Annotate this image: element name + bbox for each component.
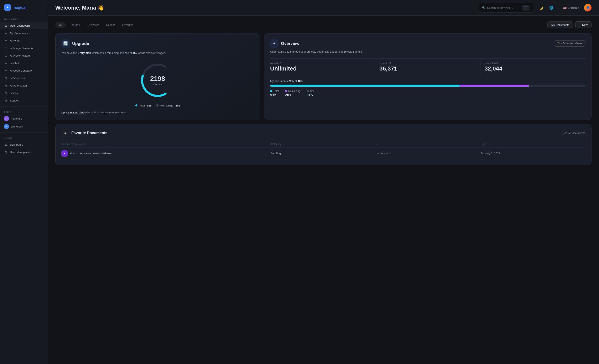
sidebar-item-label: User Management	[10, 151, 32, 154]
cards-row: 🔄 Upgrade You have the Entry plan which …	[55, 33, 591, 120]
progress-fill-purple	[459, 85, 529, 87]
upgrade-plan-link[interactable]: Upgrade your plan	[61, 111, 84, 114]
col-date: Date	[481, 143, 585, 146]
progress-section: My documents 78% of 100. Total	[270, 80, 585, 97]
overview-header: ✦ Overview Your Document Values	[270, 39, 585, 48]
sidebar-item-label: Support	[10, 99, 19, 102]
sidebar-item-dashboard[interactable]: ⊞ Dashboard	[0, 141, 48, 148]
code-icon: ○	[4, 69, 8, 72]
favorites-badge: F	[4, 116, 9, 121]
sidebar-item-ai-voiceover[interactable]: ◎ AI Voiceover	[0, 74, 48, 82]
logo-text: magicai	[12, 5, 26, 10]
see-all-documents-link[interactable]: See All Documents	[563, 132, 585, 134]
legend-remaining: Remaining 201	[156, 104, 180, 107]
doc-category: My Blog	[271, 152, 376, 155]
search-bar[interactable]: 🔍 cmd + E	[479, 3, 533, 12]
progress-fill-cyan	[270, 85, 459, 87]
sidebar-item-label: AI Voiceover	[10, 77, 25, 80]
cyan-dot	[270, 90, 272, 92]
dark-mode-toggle[interactable]: 🌙	[537, 4, 545, 11]
legend-total: Total 915	[135, 104, 151, 107]
fav-header: ★ Favorite Documents See All Documents	[61, 129, 585, 137]
col-document-info: Document Information	[61, 143, 271, 146]
upgrade-link-text: Upgrade your plan to be able to generate…	[61, 111, 254, 114]
sidebar-item-label: AI Chat	[10, 62, 19, 65]
fav-title-wrap: ★ Favorite Documents	[61, 129, 107, 137]
credits-number: 2198	[150, 75, 165, 83]
sidebar-item-ai-article-wizard[interactable]: □ AI Article Wizard	[0, 52, 48, 59]
favorite-documents-section: ★ Favorite Documents See All Documents D…	[55, 124, 591, 165]
chart-center: 2198 Credits	[150, 75, 165, 86]
tabs-actions: My Documents + New	[547, 21, 591, 28]
avatar[interactable]: 👤	[584, 4, 591, 11]
sidebar-item-user-dashboard[interactable]: ⊞ User Dashboard	[0, 22, 48, 29]
chevron-down-icon: ▾	[578, 7, 579, 9]
sidebar-item-user-management[interactable]: ◎ User Management	[0, 148, 48, 156]
sidebar-item-label: My Documents	[10, 32, 28, 35]
progress-bar	[270, 85, 585, 87]
images-left-stat: Images Left 36,371	[375, 59, 480, 75]
chat-icon: ○	[4, 61, 8, 65]
hours-saved-value: 32,044	[484, 65, 585, 72]
logo[interactable]: ✦ magicai	[0, 4, 48, 16]
legend-cyan: Total 915	[270, 90, 279, 97]
tab-upgrade[interactable]: Upgrade	[66, 22, 84, 28]
sidebar-item-support[interactable]: ◈ Support	[0, 97, 48, 104]
sidebar-item-label: Dashboard	[10, 143, 23, 146]
header: Welcome, Maria 👋 🔍 cmd + E 🌙 🌐 🇺🇸 Englis…	[48, 0, 599, 16]
tabs-bar: All Upgrade Overview Recent Favorites My…	[55, 21, 591, 28]
tab-overview[interactable]: Overview	[84, 22, 102, 28]
doc-name: ✦ How to build a successful business	[61, 150, 271, 157]
progress-legend: Total 915 Remaining 201	[270, 90, 585, 97]
hours-saved-stat: Hours Saved 32,044	[480, 59, 585, 75]
hours-saved-label: Hours Saved	[484, 62, 585, 64]
new-button[interactable]: + New	[575, 21, 591, 28]
words-left-stat: Words Left Unlimited	[270, 59, 375, 75]
table-row: ✦ How to build a successful business My …	[61, 147, 585, 160]
main-menu-label: MAIN MENU	[0, 16, 48, 22]
legend-purple: Remaining 201	[285, 90, 300, 97]
credits-label: Credits	[150, 83, 165, 86]
sidebar-link-workbook[interactable]: W Workbook	[0, 123, 48, 130]
image-icon: □	[4, 46, 8, 50]
affiliate-icon: ◎	[4, 91, 8, 95]
tab-favorites[interactable]: Favorites	[119, 22, 137, 28]
dashboard-icon: ⊞	[4, 24, 8, 27]
sidebar-item-ai-writer[interactable]: ○ AI Writer	[0, 37, 48, 44]
table-header: Document Information Category In Date	[61, 141, 585, 147]
sidebar-item-label: Affiliate	[10, 91, 19, 95]
sidebar-item-ai-automation[interactable]: ◈ AI Automation	[0, 82, 48, 89]
upgrade-card-header: 🔄 Upgrade	[61, 39, 254, 48]
words-left-value: Unlimited	[270, 65, 375, 72]
sidebar-item-my-documents[interactable]: ○ My Documents	[0, 29, 48, 37]
sidebar-item-ai-code-generator[interactable]: ○ AI Code Generator	[0, 67, 48, 74]
user-management-icon: ◎	[4, 150, 8, 154]
links-label: LINKS	[0, 109, 48, 115]
admin-dashboard-icon: ⊞	[4, 143, 8, 146]
voiceover-icon: ◎	[4, 76, 8, 80]
your-document-values-button[interactable]: Your Document Values	[554, 40, 585, 47]
sidebar: ✦ magicai MAIN MENU ⊞ User Dashboard ○ M…	[0, 0, 48, 364]
fav-title: Favorite Documents	[71, 131, 107, 135]
admin-label: ADMIN	[0, 135, 48, 141]
logo-symbol: ✦	[6, 6, 9, 9]
words-left-label: Words Left	[270, 62, 375, 64]
search-shortcut: cmd + E	[522, 5, 530, 11]
tab-all[interactable]: All	[55, 22, 66, 28]
overview-subtitle: Understand and manage your projects bett…	[270, 50, 585, 54]
sidebar-item-affiliate[interactable]: ◎ Affiliate	[0, 89, 48, 97]
doc-date: January 3, 2023	[481, 152, 585, 155]
tab-recent[interactable]: Recent	[103, 22, 119, 28]
legend-gray: Total 915	[307, 90, 315, 97]
sidebar-link-favorites[interactable]: F Favorites	[0, 115, 48, 123]
language-selector[interactable]: 🇺🇸 English ▾	[561, 5, 581, 11]
overview-icon: ✦	[270, 39, 279, 48]
my-documents-button[interactable]: My Documents	[547, 21, 573, 28]
plus-icon: +	[579, 23, 581, 27]
upgrade-title: Upgrade	[72, 41, 89, 46]
sidebar-item-ai-image-generator[interactable]: □ AI Image Generator	[0, 44, 48, 52]
sidebar-item-ai-chat[interactable]: ○ AI Chat	[0, 59, 48, 67]
search-input[interactable]	[487, 6, 520, 9]
globe-icon[interactable]: 🌐	[548, 4, 555, 11]
upgrade-card: 🔄 Upgrade You have the Entry plan which …	[55, 33, 260, 120]
